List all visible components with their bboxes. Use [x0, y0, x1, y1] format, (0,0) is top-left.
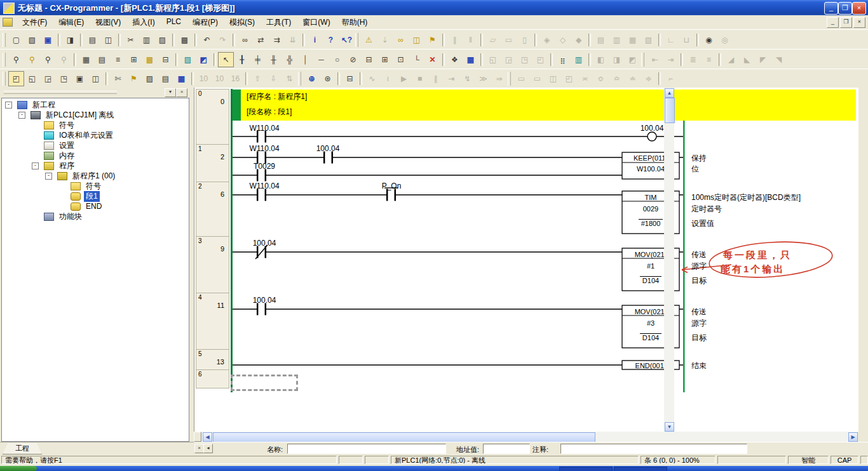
diff-down-icon[interactable]: ≎: [593, 71, 609, 86]
find-icon[interactable]: ∞: [237, 32, 253, 48]
save-icon[interactable]: ▣: [40, 32, 56, 48]
tree-item-section1[interactable]: 段1: [2, 191, 189, 201]
menu-plc[interactable]: PLC: [161, 15, 187, 30]
watch-comment-field[interactable]: [560, 444, 747, 454]
contact-100-04-rung1[interactable]: [324, 152, 332, 164]
title-bar[interactable]: 无标题 - CX-Programmer - [新PLC1.新程序1.段1 [梯形…: [0, 0, 868, 15]
options-icon[interactable]: ⊟: [342, 71, 358, 86]
mnemonic-window-icon[interactable]: ◳: [56, 71, 72, 86]
monitor-hex-icon[interactable]: ▥: [571, 52, 587, 67]
set-password-icon[interactable]: ⊕: [304, 71, 320, 86]
taskbar-button[interactable]: [559, 467, 613, 471]
mdi-minimize-button[interactable]: _: [827, 17, 839, 28]
tree-item-symbols[interactable]: 符号: [2, 120, 189, 130]
debug-mode-icon[interactable]: ▥: [609, 32, 625, 48]
zoom-fit-icon[interactable]: ⚲: [56, 52, 72, 67]
tree-item-new-program1[interactable]: - 新程序1 (00): [2, 171, 189, 181]
force-reset-icon[interactable]: ◣: [739, 52, 755, 67]
rung-gutter-cell[interactable]: 5 13: [196, 349, 229, 370]
contact-or-nc-icon[interactable]: ╬: [281, 52, 297, 67]
pause-hand-icon[interactable]: ∿: [364, 71, 380, 86]
watch-del-icon[interactable]: ◨: [609, 52, 625, 67]
grid-icon[interactable]: ▦: [78, 52, 94, 67]
vertical-scrollbar[interactable]: ▲ ▼: [664, 88, 674, 432]
tree-expander-icon[interactable]: -: [18, 112, 25, 119]
online-network-icon[interactable]: ◆: [571, 32, 587, 48]
compile-icon[interactable]: ◨: [62, 32, 78, 48]
paste-special-icon[interactable]: ▩: [177, 32, 193, 48]
run-mode-icon[interactable]: ▧: [641, 32, 656, 48]
symbol-window-icon[interactable]: ▣: [72, 71, 88, 86]
diagram-window-icon[interactable]: ◲: [40, 71, 56, 86]
print-icon[interactable]: ▤: [85, 32, 100, 48]
cascade-window-icon[interactable]: ◰: [8, 71, 24, 86]
rung-list-icon[interactable]: ≡: [110, 52, 126, 67]
breakpoint-disable-icon[interactable]: ◰: [561, 71, 577, 86]
mnemonics-view-icon[interactable]: ▨: [180, 52, 196, 67]
about-icon[interactable]: i: [307, 32, 323, 48]
output-coil-100-04[interactable]: [648, 132, 656, 141]
transfer-from-plc-icon[interactable]: ▭: [501, 32, 517, 48]
cut-icon[interactable]: ✂: [123, 32, 139, 48]
indent-left-icon[interactable]: ⇤: [647, 52, 663, 67]
work-online-icon[interactable]: ◈: [539, 32, 555, 48]
instruction2-icon[interactable]: ⊞: [377, 52, 393, 67]
paste-icon[interactable]: ▨: [154, 32, 170, 48]
minimize-button[interactable]: _: [824, 2, 838, 15]
indent-right-icon[interactable]: ⇥: [663, 52, 679, 67]
output-window-icon[interactable]: ▤: [158, 71, 173, 86]
close-button[interactable]: ×: [852, 2, 866, 15]
find-next-icon[interactable]: ⇉: [269, 32, 285, 48]
contact-100-04-rung4[interactable]: [257, 303, 266, 315]
windows-taskbar[interactable]: [0, 466, 868, 471]
io-table-icon[interactable]: ▦: [173, 71, 189, 86]
menu-view[interactable]: 视图(V): [90, 15, 126, 30]
differential-monitor-icon[interactable]: ◉: [701, 32, 717, 48]
return-icon[interactable]: ⌐: [663, 71, 679, 86]
menu-help[interactable]: 帮助(H): [336, 15, 374, 30]
instruction-icon[interactable]: ⊟: [361, 52, 377, 67]
menu-simulation[interactable]: 模拟(S): [224, 15, 261, 30]
redo-icon[interactable]: ↷: [215, 32, 231, 48]
error-log-icon[interactable]: ⚑: [424, 32, 440, 48]
horizontal-scrollbar[interactable]: ◀ ▶: [194, 432, 858, 442]
force-on-icon[interactable]: ∟: [663, 32, 679, 48]
watch-add-icon[interactable]: ◧: [593, 52, 609, 67]
mdi-close-button[interactable]: ×: [853, 17, 865, 28]
scroll-right-icon[interactable]: ▶: [848, 432, 858, 442]
release-password-icon[interactable]: ⊛: [320, 71, 336, 86]
rung-gutter-cell[interactable]: 1 2: [196, 144, 229, 182]
step-icon[interactable]: ⇥: [444, 71, 459, 86]
ci-view-icon[interactable]: ◩: [196, 52, 212, 67]
vertical-line-icon[interactable]: │: [297, 52, 313, 67]
coil-nc-icon[interactable]: ⊘: [345, 52, 361, 67]
ladder-editor[interactable]: 0 0 1 2 2 6 3 9: [194, 88, 858, 432]
pause-icon[interactable]: ‖: [463, 32, 478, 48]
compare-plc-icon[interactable]: ▯: [517, 32, 532, 48]
tree-expander-icon[interactable]: -: [45, 173, 52, 180]
horizontal-scroll-thumb[interactable]: [213, 432, 595, 442]
zoom-out-icon[interactable]: ⚲: [40, 52, 56, 67]
breakpoint-clear-icon[interactable]: ▭: [529, 71, 545, 86]
menu-program[interactable]: 编程(P): [187, 15, 224, 30]
zoom-custom-icon[interactable]: ⚲: [24, 52, 40, 67]
taskbar-button[interactable]: [614, 467, 667, 471]
select-tool-icon[interactable]: ↖: [218, 52, 234, 67]
sort-icon[interactable]: ⇊: [285, 32, 301, 48]
pause-monitor-icon[interactable]: ∥: [447, 32, 463, 48]
rung-wrap-icon[interactable]: ⊞: [126, 52, 142, 67]
contact-t0029[interactable]: [257, 169, 266, 182]
coil-no-icon[interactable]: ○: [329, 52, 345, 67]
menu-insert[interactable]: 插入(I): [126, 15, 160, 30]
overview-icon[interactable]: ▩: [142, 52, 158, 67]
error-list-icon[interactable]: ◫: [409, 32, 424, 48]
copy-icon[interactable]: ▥: [139, 32, 154, 48]
rung-gutter-cell[interactable]: 0 0: [196, 89, 229, 145]
breakpoint-enable-icon[interactable]: ◫: [545, 71, 561, 86]
contact-no-icon[interactable]: ╂: [234, 52, 250, 67]
tree-item-end[interactable]: END: [2, 201, 189, 211]
menu-tools[interactable]: 工具(T): [261, 15, 297, 30]
rung-gutter-cell[interactable]: 3 9: [196, 236, 229, 293]
program-mode-icon[interactable]: ▤: [593, 32, 609, 48]
start-button[interactable]: [0, 466, 37, 471]
